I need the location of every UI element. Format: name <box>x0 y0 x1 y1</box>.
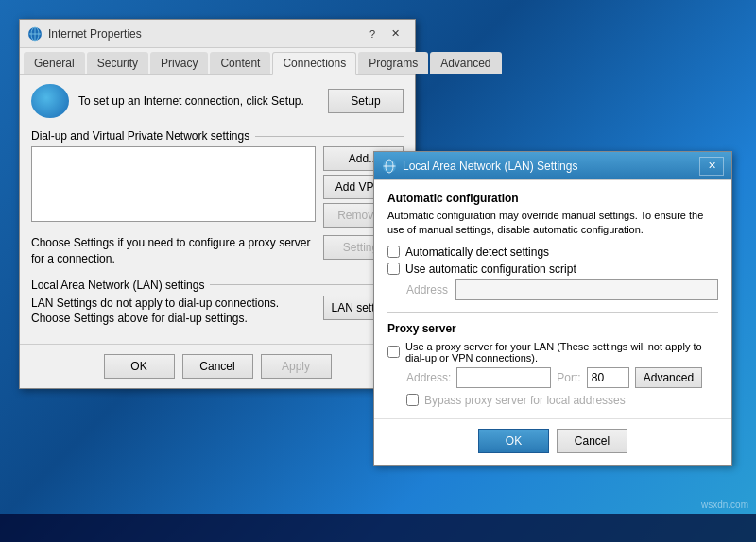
lan-dialog-ok-button[interactable]: OK <box>478 429 549 453</box>
inet-props-bottom-btns: OK Cancel Apply <box>20 344 415 388</box>
auto-script-label: Use automatic configuration script <box>405 263 576 276</box>
auto-address-label: Address <box>406 283 448 296</box>
auto-script-row: Use automatic configuration script <box>387 263 718 276</box>
globe-icon <box>31 84 69 118</box>
inet-props-title: Internet Properties <box>48 27 362 41</box>
tab-advanced[interactable]: Advanced <box>430 52 501 74</box>
taskbar <box>0 514 756 542</box>
lan-section-label: Local Area Network (LAN) settings <box>31 279 404 292</box>
inet-props-titlebar: Internet Properties ? ✕ <box>20 20 415 48</box>
watermark: wsxdn.com <box>701 500 748 510</box>
lan-settings-dialog: Local Area Network (LAN) Settings ✕ Auto… <box>373 151 732 466</box>
lan-desc-row: LAN Settings do not apply to dial-up con… <box>31 296 404 328</box>
lan-dialog-titlebar: Local Area Network (LAN) Settings ✕ <box>374 152 731 180</box>
auto-detect-label: Automatically detect settings <box>405 246 549 259</box>
dialup-listbox[interactable] <box>31 146 316 222</box>
choose-settings-row: Choose Settings if you need to configure… <box>31 235 404 267</box>
proxy-addr-label: Address: <box>406 371 451 384</box>
setup-row: To set up an Internet connection, click … <box>31 84 404 118</box>
auto-config-section: Automatic configuration Automatic config… <box>387 192 718 300</box>
proxy-port-input[interactable] <box>587 367 629 388</box>
advanced-proxy-button[interactable]: Advanced <box>635 367 702 388</box>
listbox-area <box>31 146 316 226</box>
dialog-divider <box>387 312 718 313</box>
tab-security[interactable]: Security <box>87 52 148 74</box>
lan-dialog-cancel-button[interactable]: Cancel <box>557 429 627 453</box>
proxy-addr-input[interactable] <box>456 367 551 388</box>
dialup-section-label: Dial-up and Virtual Private Network sett… <box>31 129 404 143</box>
lan-dialog-bottom-btns: OK Cancel <box>374 418 731 465</box>
lan-dialog-title: Local Area Network (LAN) Settings <box>403 160 699 173</box>
proxy-addr-row: Address: Port: Advanced <box>406 367 718 388</box>
lan-dialog-icon <box>382 159 397 174</box>
auto-address-row: Address <box>406 279 718 300</box>
setup-button[interactable]: Setup <box>328 89 404 113</box>
tab-connections[interactable]: Connections <box>272 52 356 75</box>
tab-bar: General Security Privacy Content Connect… <box>20 48 415 75</box>
lan-dialog-close-button[interactable]: ✕ <box>699 157 724 176</box>
auto-detect-checkbox[interactable] <box>387 246 400 258</box>
proxy-section: Proxy server Use a proxy server for your… <box>387 322 718 407</box>
proxy-use-label: Use a proxy server for your LAN (These s… <box>405 341 718 364</box>
ok-button[interactable]: OK <box>104 354 175 379</box>
auto-address-input[interactable] <box>455 279 718 300</box>
setup-text: To set up an Internet connection, click … <box>78 93 318 110</box>
tab-programs[interactable]: Programs <box>358 52 428 74</box>
internet-properties-window: Internet Properties ? ✕ General Security… <box>19 19 416 389</box>
tab-content[interactable]: Content <box>210 52 270 74</box>
tab-general[interactable]: General <box>24 52 85 74</box>
proxy-use-checkbox[interactable] <box>387 346 400 358</box>
lan-dialog-content: Automatic configuration Automatic config… <box>374 180 731 418</box>
auto-detect-row: Automatically detect settings <box>387 246 718 259</box>
close-button[interactable]: ✕ <box>383 25 407 43</box>
tab-privacy[interactable]: Privacy <box>150 52 208 74</box>
proxy-use-row: Use a proxy server for your LAN (These s… <box>387 341 718 364</box>
bypass-label: Bypass proxy server for local addresses <box>424 394 626 407</box>
lan-desc-text: LAN Settings do not apply to dial-up con… <box>31 296 316 328</box>
help-button[interactable]: ? <box>362 25 383 43</box>
auto-config-title: Automatic configuration <box>387 192 718 205</box>
choose-settings-text: Choose Settings if you need to configure… <box>31 235 316 267</box>
dialup-actions-row: Add... Add VPN... Remove... <box>31 146 404 228</box>
bypass-row: Bypass proxy server for local addresses <box>406 394 718 407</box>
auto-config-desc: Automatic configuration may override man… <box>387 209 718 238</box>
auto-script-checkbox[interactable] <box>387 263 400 275</box>
proxy-title: Proxy server <box>387 322 718 335</box>
inet-props-icon <box>27 26 43 42</box>
lan-section: Local Area Network (LAN) settings LAN Se… <box>31 279 404 328</box>
cancel-button[interactable]: Cancel <box>182 354 253 379</box>
inet-props-content: To set up an Internet connection, click … <box>20 75 415 336</box>
apply-button[interactable]: Apply <box>261 354 332 379</box>
section-divider <box>255 136 404 137</box>
proxy-port-label: Port: <box>557 371 580 384</box>
bypass-checkbox[interactable] <box>406 394 419 406</box>
